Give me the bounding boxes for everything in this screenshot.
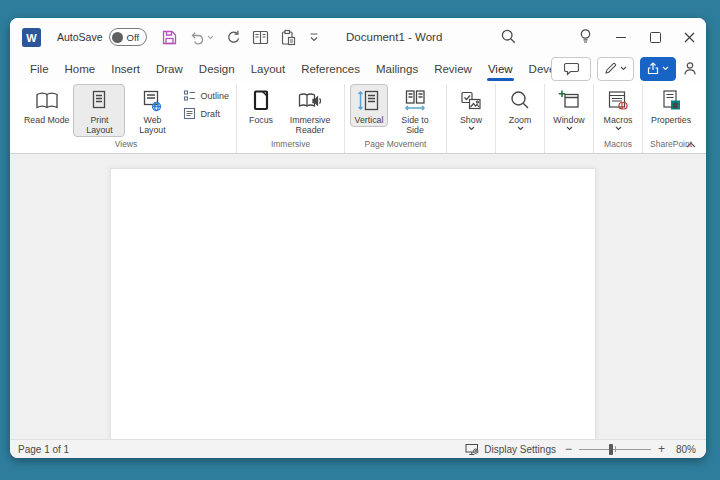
ribbon-group-zoom: Zoom xyxy=(496,84,545,153)
ribbon: Read Mode Print Layout Web Layout xyxy=(10,81,706,154)
page-indicator[interactable]: Page 1 of 1 xyxy=(18,444,69,455)
redo-icon[interactable] xyxy=(225,29,241,45)
ribbon-group-window: Window xyxy=(545,84,594,153)
zoom-percentage[interactable]: 80% xyxy=(672,444,696,455)
people-icon[interactable] xyxy=(682,61,698,76)
draft-button[interactable]: Draft xyxy=(183,107,229,120)
editing-mode-button[interactable] xyxy=(597,57,634,81)
focus-button[interactable]: Focus xyxy=(242,84,280,127)
chevron-down-icon xyxy=(620,66,627,71)
status-bar: Page 1 of 1 Display Settings − + 80% xyxy=(10,439,706,458)
zoom-dropdown-button[interactable]: Zoom xyxy=(501,84,539,133)
title-bar: W AutoSave Off xyxy=(10,18,706,56)
word-window: W AutoSave Off xyxy=(10,18,706,458)
show-icon xyxy=(458,88,484,114)
tab-view[interactable]: View xyxy=(480,58,521,80)
group-caption-views: Views xyxy=(21,137,231,153)
tab-review[interactable]: Review xyxy=(426,58,480,80)
undo-icon[interactable] xyxy=(189,29,214,45)
tab-design[interactable]: Design xyxy=(191,58,243,80)
print-layout-button[interactable]: Print Layout xyxy=(73,84,125,137)
macros-button[interactable]: Macros xyxy=(599,84,637,133)
group-caption-immersive: Immersive xyxy=(242,137,339,153)
tab-draw[interactable]: Draw xyxy=(148,58,191,80)
show-dropdown-button[interactable]: Show xyxy=(452,84,490,133)
svg-text:W: W xyxy=(26,32,37,44)
lightbulb-icon[interactable] xyxy=(578,28,593,45)
window-dropdown-button[interactable]: Window xyxy=(550,84,588,133)
ribbon-group-page-movement: Vertical Side to Side Page Movement xyxy=(345,84,447,153)
tab-home[interactable]: Home xyxy=(57,58,104,80)
comments-button[interactable] xyxy=(551,57,591,81)
chevron-down-icon xyxy=(566,126,573,131)
zoom-slider-thumb[interactable] xyxy=(609,444,613,455)
chevron-down-icon xyxy=(468,126,475,131)
read-mode-button[interactable]: Read Mode xyxy=(21,84,72,127)
focus-icon xyxy=(248,88,274,114)
immersive-reader-button[interactable]: Immersive Reader xyxy=(281,84,339,137)
chevron-down-icon xyxy=(662,66,669,71)
collapse-ribbon-icon[interactable] xyxy=(686,142,696,148)
maximize-button[interactable] xyxy=(638,18,672,56)
web-layout-button[interactable]: Web Layout xyxy=(126,84,178,137)
tab-file[interactable]: File xyxy=(22,58,57,80)
zoom-control: − + 80% xyxy=(565,443,696,455)
macros-icon xyxy=(605,88,631,114)
zoom-slider[interactable] xyxy=(579,449,651,450)
autosave-label: AutoSave xyxy=(57,31,103,43)
display-settings-button[interactable]: Display Settings xyxy=(465,443,556,456)
properties-button[interactable]: S Properties xyxy=(648,84,694,127)
qat-overflow-icon[interactable] xyxy=(308,32,320,43)
draft-icon xyxy=(183,107,196,120)
word-logo-icon[interactable]: W xyxy=(22,28,41,47)
editing-pencil-icon xyxy=(604,62,617,75)
tab-references[interactable]: References xyxy=(293,58,368,80)
zoom-icon xyxy=(507,88,533,114)
toggle-knob-icon xyxy=(112,32,123,43)
print-layout-icon xyxy=(86,88,112,114)
document-title: Document1 - Word xyxy=(346,31,442,43)
search-icon[interactable] xyxy=(500,28,517,45)
document-page[interactable] xyxy=(110,168,596,439)
ribbon-group-macros: Macros Macros xyxy=(594,84,643,153)
tab-insert[interactable]: Insert xyxy=(103,58,148,80)
vertical-icon xyxy=(356,88,382,114)
close-button[interactable] xyxy=(672,18,706,56)
save-icon[interactable] xyxy=(161,29,178,46)
paste-icon[interactable] xyxy=(280,29,297,46)
read-mode-icon xyxy=(34,88,60,114)
ribbon-group-immersive: Focus Immersive Reader Immersive xyxy=(237,84,345,153)
display-settings-icon xyxy=(465,443,480,456)
ribbon-group-show: Show xyxy=(447,84,496,153)
properties-icon: S xyxy=(658,88,684,114)
share-button[interactable] xyxy=(640,57,676,81)
window-icon xyxy=(556,88,582,114)
chevron-down-icon xyxy=(517,126,524,131)
tab-mailings[interactable]: Mailings xyxy=(368,58,426,80)
outline-button[interactable]: Outline xyxy=(183,89,229,102)
vertical-button[interactable]: Vertical xyxy=(350,84,388,127)
side-to-side-button[interactable]: Side to Side xyxy=(389,84,441,137)
document-area xyxy=(10,154,706,439)
group-caption-macros: Macros xyxy=(599,137,637,153)
zoom-in-button[interactable]: + xyxy=(658,443,665,455)
svg-text:S: S xyxy=(673,101,678,110)
web-layout-icon xyxy=(139,88,165,114)
ribbon-right-controls xyxy=(551,57,698,81)
tab-layout[interactable]: Layout xyxy=(243,58,294,80)
group-caption-page-movement: Page Movement xyxy=(350,137,441,153)
immersive-reader-icon xyxy=(297,88,323,114)
zoom-out-button[interactable]: − xyxy=(565,443,572,455)
autosave-state: Off xyxy=(127,32,140,43)
chevron-down-icon xyxy=(615,126,622,131)
share-icon xyxy=(647,62,659,75)
autosave-toggle[interactable]: Off xyxy=(109,28,148,46)
ribbon-group-views: Read Mode Print Layout Web Layout xyxy=(16,84,237,153)
minimize-button[interactable] xyxy=(604,18,638,56)
ribbon-tab-bar: File Home Insert Draw Design Layout Refe… xyxy=(10,56,706,81)
window-caption-controls xyxy=(604,18,706,56)
outline-icon xyxy=(183,89,196,102)
side-to-side-icon xyxy=(402,88,428,114)
quick-access-toolbar xyxy=(161,29,320,46)
two-page-view-icon[interactable] xyxy=(252,30,269,45)
